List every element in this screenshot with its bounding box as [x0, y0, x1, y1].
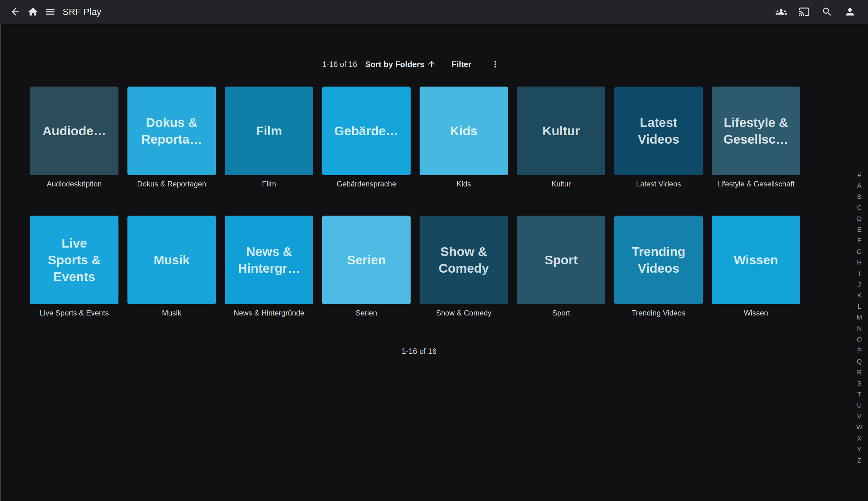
card-caption: Audiodeskription [30, 180, 118, 188]
alpha-letter[interactable]: X [855, 433, 864, 444]
card-box: Latest Videos [614, 87, 703, 175]
alpha-letter[interactable]: O [855, 334, 864, 345]
alpha-letter[interactable]: M [855, 312, 864, 323]
card-caption: Serien [322, 309, 411, 317]
alpha-letter[interactable]: T [855, 389, 864, 399]
card-box: Kultur [517, 87, 605, 175]
folder-card[interactable]: Kids Kids [420, 87, 508, 188]
alpha-letter[interactable]: I [855, 268, 864, 279]
search-icon [822, 6, 833, 17]
card-caption: Live Sports & Events [30, 309, 118, 317]
vertical-ellipsis-icon [490, 59, 500, 69]
alpha-letter[interactable]: S [855, 378, 864, 389]
alpha-letter[interactable]: N [855, 323, 864, 334]
items-toolbar: 1-16 of 16 Sort by Folders Filter [0, 55, 846, 73]
card-label: Audiode… [43, 122, 106, 139]
filter-button[interactable]: Filter [452, 60, 471, 69]
card-box: Trending Videos [614, 216, 703, 304]
alpha-letter[interactable]: Y [855, 444, 864, 455]
folder-card[interactable]: Film Film [225, 87, 313, 188]
footer-item-count: 1-16 of 16 [0, 347, 838, 356]
home-icon [27, 6, 39, 17]
folder-card[interactable]: Trending Videos Trending Videos [614, 216, 703, 317]
folder-card[interactable]: Live Sports & Events Live Sports & Event… [30, 216, 118, 317]
card-label: Wissen [734, 252, 778, 268]
menu-button[interactable] [42, 4, 58, 20]
card-box: Film [225, 87, 313, 175]
app-bar: SRF Play [0, 0, 868, 24]
alpha-letter[interactable]: # [855, 169, 864, 180]
card-caption: Trending Videos [614, 309, 703, 317]
card-label: News & Hintergr… [238, 243, 300, 277]
card-box: Dokus & Reporta… [128, 87, 216, 175]
card-box: Gebärde… [322, 87, 411, 175]
card-caption: Kultur [517, 180, 605, 188]
alpha-letter[interactable]: Z [855, 455, 864, 466]
folder-card[interactable]: Serien Serien [322, 216, 411, 317]
card-box: Wissen [712, 216, 800, 304]
card-box: Live Sports & Events [30, 216, 118, 304]
alpha-letter[interactable]: J [855, 279, 864, 290]
menu-icon [45, 6, 56, 17]
card-box: Serien [322, 216, 411, 304]
card-label: Live Sports & Events [48, 235, 101, 285]
folder-card[interactable]: News & Hintergr… News & Hintergründe [225, 216, 313, 317]
card-caption: Kids [420, 180, 508, 188]
alpha-letter[interactable]: U [855, 400, 864, 411]
alpha-letter[interactable]: L [855, 301, 864, 312]
alpha-letter[interactable]: K [855, 290, 864, 301]
syncplay-groups-icon [775, 6, 787, 17]
folder-card[interactable]: Kultur Kultur [517, 87, 605, 188]
syncplay-button[interactable] [773, 4, 789, 20]
user-icon [844, 6, 856, 17]
alpha-letter[interactable]: H [855, 257, 864, 268]
alpha-letter[interactable]: A [855, 180, 864, 191]
card-caption: Film [225, 180, 313, 188]
alpha-letter[interactable]: V [855, 411, 864, 422]
folder-card[interactable]: Wissen Wissen [712, 216, 800, 317]
filter-label: Filter [452, 60, 471, 69]
alpha-letter[interactable]: G [855, 246, 864, 257]
card-label: Lifestyle & Gesellsc… [724, 114, 789, 148]
alpha-letter[interactable]: Q [855, 356, 864, 367]
folder-card[interactable]: Musik Musik [128, 216, 216, 317]
folder-card[interactable]: Gebärde… Gebärdensprache [322, 87, 411, 188]
card-caption: Wissen [712, 309, 800, 317]
user-button[interactable] [842, 4, 858, 20]
alpha-letter[interactable]: C [855, 202, 864, 213]
arrow-up-icon [427, 60, 436, 69]
folder-card[interactable]: Show & Comedy Show & Comedy [420, 216, 508, 317]
card-label: Kultur [542, 122, 580, 139]
cast-button[interactable] [796, 4, 812, 20]
folder-card[interactable]: Audiode… Audiodeskription [30, 87, 118, 188]
folder-card[interactable]: Lifestyle & Gesellsc… Lifestyle & Gesell… [712, 87, 800, 188]
alpha-letter[interactable]: D [855, 213, 864, 224]
alpha-letter[interactable]: B [855, 191, 864, 202]
alpha-letter[interactable]: E [855, 224, 864, 235]
card-box: Musik [128, 216, 216, 304]
arrow-back-icon [10, 6, 21, 17]
srf-play-library-page: { "header": { "title": "SRF Play", "left… [0, 0, 868, 501]
alpha-letter[interactable]: W [855, 422, 864, 433]
card-caption: Sport [517, 309, 605, 317]
back-button[interactable] [8, 4, 24, 20]
card-label: Serien [347, 252, 386, 268]
folder-card[interactable]: Latest Videos Latest Videos [614, 87, 703, 188]
home-button[interactable] [25, 4, 41, 20]
cast-icon [799, 6, 810, 17]
alpha-letter[interactable]: R [855, 367, 864, 377]
card-label: Musik [153, 252, 189, 268]
more-menu-button[interactable] [488, 57, 502, 71]
sort-button[interactable]: Sort by Folders [365, 60, 436, 69]
card-label: Gebärde… [334, 122, 399, 139]
card-label: Trending Videos [632, 243, 685, 277]
search-button[interactable] [819, 4, 835, 20]
card-box: Audiode… [30, 87, 118, 175]
alpha-letter[interactable]: F [855, 235, 864, 246]
card-label: Kids [450, 122, 478, 139]
card-caption: News & Hintergründe [225, 309, 313, 317]
card-caption: Latest Videos [614, 180, 703, 188]
alpha-letter[interactable]: P [855, 345, 864, 356]
folder-card[interactable]: Dokus & Reporta… Dokus & Reportagen [128, 87, 216, 188]
folder-card[interactable]: Sport Sport [517, 216, 605, 317]
